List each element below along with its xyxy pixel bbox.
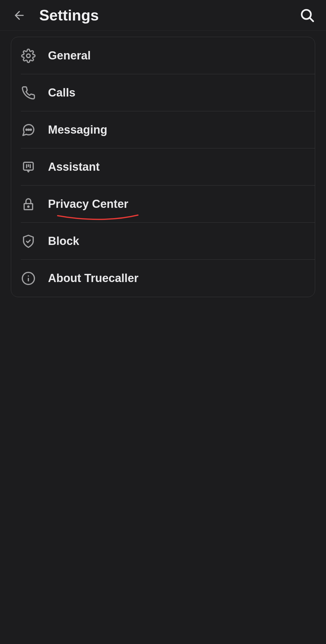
settings-item-messaging[interactable]: Messaging — [11, 111, 315, 148]
arrow-left-icon — [13, 9, 26, 22]
settings-item-label: Privacy Center — [48, 198, 128, 211]
settings-list: General Calls Messaging — [11, 37, 315, 297]
settings-item-privacy-center[interactable]: Privacy Center — [11, 186, 315, 223]
settings-item-label: Calls — [48, 86, 75, 99]
settings-item-label: Messaging — [48, 123, 107, 136]
svg-point-5 — [28, 129, 29, 130]
svg-point-6 — [30, 129, 31, 130]
search-button[interactable] — [299, 7, 316, 24]
settings-item-label: About Truecaller — [48, 272, 139, 285]
settings-item-assistant[interactable]: Assistant — [11, 148, 315, 186]
header-bar: Settings — [0, 0, 326, 31]
shield-check-icon — [21, 234, 36, 249]
assistant-icon — [21, 160, 36, 175]
annotation-underline — [56, 214, 141, 221]
chat-icon — [21, 122, 36, 138]
svg-line-2 — [310, 17, 313, 21]
svg-point-4 — [26, 129, 27, 130]
settings-item-about[interactable]: About Truecaller — [11, 260, 315, 297]
settings-item-label: General — [48, 49, 91, 62]
info-icon — [21, 271, 36, 286]
page-title: Settings — [39, 7, 299, 24]
phone-icon — [21, 85, 36, 100]
settings-item-label: Assistant — [48, 160, 100, 173]
settings-item-general[interactable]: General — [11, 37, 315, 74]
settings-item-label: Block — [48, 235, 79, 248]
svg-point-12 — [28, 206, 29, 207]
svg-point-3 — [27, 54, 30, 58]
content-area: General Calls Messaging — [0, 31, 326, 303]
back-button[interactable] — [12, 8, 27, 23]
gear-icon — [21, 48, 36, 63]
search-icon — [299, 8, 315, 23]
lock-icon — [21, 197, 36, 212]
settings-item-calls[interactable]: Calls — [11, 74, 315, 111]
settings-item-block[interactable]: Block — [11, 223, 315, 260]
